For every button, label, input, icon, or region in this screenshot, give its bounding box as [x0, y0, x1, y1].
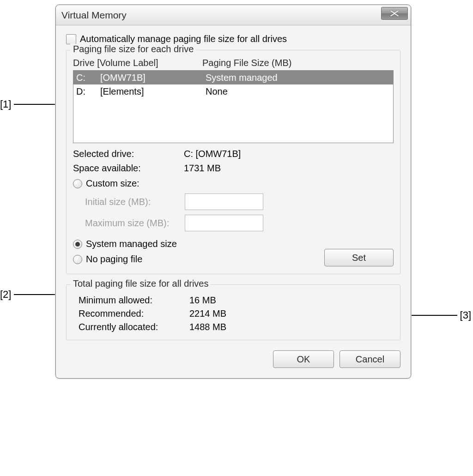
window-title: Virtual Memory: [61, 10, 127, 21]
callout-1-label: [1]: [0, 98, 11, 110]
drive-row-d[interactable]: D: [Elements] None: [73, 84, 393, 98]
drive-paging-size: None: [206, 86, 390, 97]
dialog-body: Automatically manage paging file size fo…: [56, 25, 411, 378]
no-paging-label: No paging file: [86, 254, 142, 265]
space-available-value: 1731 MB: [184, 163, 394, 174]
minimum-allowed-value: 16 MB: [189, 295, 394, 306]
no-paging-radio[interactable]: [73, 255, 82, 264]
callout-3-label: [3]: [460, 309, 471, 321]
drive-paging-size: System managed: [206, 72, 390, 83]
set-button[interactable]: Set: [324, 249, 394, 266]
close-icon: [389, 10, 400, 17]
drive-row-c[interactable]: C: [OMW71B] System managed: [73, 71, 393, 84]
maximum-size-input[interactable]: [185, 215, 263, 231]
total-paging-group: Total paging file size for all drives Mi…: [66, 284, 400, 340]
auto-manage-row: Automatically manage paging file size fo…: [66, 34, 400, 44]
titlebar: Virtual Memory: [56, 5, 411, 25]
space-available-label: Space available:: [73, 163, 184, 174]
header-size: Paging File Size (MB): [202, 58, 394, 68]
minimum-allowed-row: Minimum allowed: 16 MB: [73, 295, 394, 306]
selected-drive-row: Selected drive: C: [OMW71B]: [73, 149, 394, 159]
drive-list-header: Drive [Volume Label] Paging File Size (M…: [73, 58, 394, 68]
recommended-label: Recommended:: [73, 308, 189, 319]
custom-size-radio[interactable]: [73, 179, 82, 188]
dialog-footer: OK Cancel: [66, 350, 400, 368]
custom-size-radio-row: Custom size:: [73, 178, 394, 189]
cancel-button[interactable]: Cancel: [340, 350, 400, 368]
system-managed-radio[interactable]: [73, 240, 82, 249]
recommended-value: 2214 MB: [189, 308, 394, 319]
selected-drive-label: Selected drive:: [73, 149, 184, 159]
ok-button[interactable]: OK: [273, 350, 334, 368]
maximum-size-row: Maximum size (MB):: [73, 215, 394, 231]
total-paging-legend: Total paging file size for all drives: [70, 278, 211, 289]
cancel-button-label: Cancel: [356, 354, 384, 365]
initial-size-label: Initial size (MB):: [73, 197, 179, 207]
paging-per-drive-group: Paging file size for each drive Drive [V…: [66, 50, 400, 274]
paging-per-drive-legend: Paging file size for each drive: [70, 44, 196, 54]
maximum-size-label: Maximum size (MB):: [73, 218, 179, 229]
auto-manage-label: Automatically manage paging file size fo…: [80, 34, 287, 44]
ok-button-label: OK: [297, 354, 310, 365]
drive-letter: D:: [76, 86, 100, 97]
currently-allocated-row: Currently allocated: 1488 MB: [73, 322, 394, 332]
currently-allocated-value: 1488 MB: [189, 322, 394, 332]
system-managed-radio-row: System managed size: [73, 239, 394, 249]
system-managed-label: System managed size: [86, 239, 177, 249]
initial-size-row: Initial size (MB):: [73, 193, 394, 210]
custom-size-label: Custom size:: [86, 178, 139, 189]
currently-allocated-label: Currently allocated:: [73, 322, 189, 332]
initial-size-input[interactable]: [185, 193, 263, 210]
drive-listbox[interactable]: C: [OMW71B] System managed D: [Elements]…: [73, 70, 394, 143]
header-drive: Drive [Volume Label]: [73, 58, 202, 68]
minimum-allowed-label: Minimum allowed:: [73, 295, 189, 306]
drive-letter: C:: [76, 72, 100, 83]
drive-volume-label: [Elements]: [100, 86, 206, 97]
virtual-memory-dialog: Virtual Memory Automatically manage pagi…: [55, 5, 411, 379]
close-button[interactable]: [381, 7, 408, 20]
recommended-row: Recommended: 2214 MB: [73, 308, 394, 319]
drive-volume-label: [OMW71B]: [100, 72, 206, 83]
space-available-row: Space available: 1731 MB: [73, 163, 394, 174]
set-button-label: Set: [352, 253, 366, 263]
selected-drive-value: C: [OMW71B]: [184, 149, 394, 159]
callout-2-label: [2]: [0, 289, 11, 301]
auto-manage-checkbox[interactable]: [66, 34, 76, 44]
